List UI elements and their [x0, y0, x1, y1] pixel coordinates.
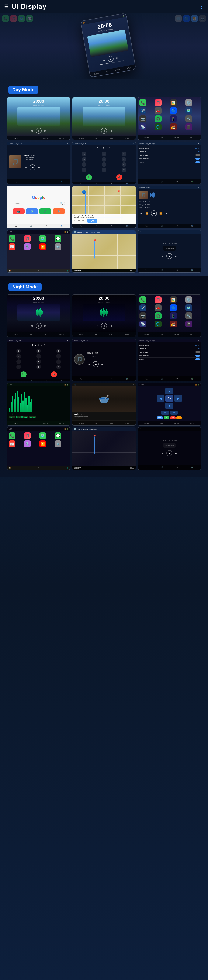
arrow-left[interactable]: ◀ [157, 395, 164, 402]
social-ff[interactable]: ⏩ [159, 211, 163, 215]
cp-maps[interactable]: 🗺️ [39, 235, 46, 242]
night-bt-music-close[interactable]: ✕ [132, 339, 134, 342]
night-dial-3[interactable]: 3 [56, 348, 61, 353]
app-app2[interactable]: 🔧 [185, 115, 192, 122]
night-dial-6[interactable]: 6 [56, 354, 61, 359]
night-call-accept[interactable]: 📞 [20, 371, 27, 377]
google-app-4[interactable]: 🎙️ [53, 208, 65, 214]
night-dial-5[interactable]: 5 [36, 354, 41, 359]
night-np-play[interactable]: ▶ [166, 450, 172, 456]
arrow-ok[interactable]: OK [165, 395, 173, 402]
app-music[interactable]: 🎵 [155, 99, 162, 106]
dial-0[interactable]: 0 [102, 167, 106, 172]
night-app-telegram[interactable]: ✈️ [139, 304, 146, 311]
next-icon[interactable]: ⏭ [115, 55, 120, 60]
night-call-reject[interactable]: 📵 [51, 371, 57, 377]
app-telegram[interactable]: ✈️ [139, 107, 146, 114]
night-cp-messages[interactable]: 💬 [55, 432, 61, 439]
prev-btn-1[interactable]: ⏮ [30, 129, 34, 133]
bt-prev-btn[interactable]: ⏮ [24, 165, 28, 169]
next-btn-2[interactable]: ⏭ [109, 129, 113, 133]
app-settings[interactable]: ⚙️ [185, 99, 192, 106]
social-rew[interactable]: ⏪ [145, 211, 149, 215]
bt-call-close[interactable]: ✕ [132, 142, 134, 145]
color-btn-red[interactable]: TEL [170, 416, 175, 419]
night-bt-next[interactable]: ⏭ [100, 362, 105, 366]
social-play[interactable]: ▶ [151, 210, 157, 216]
green-btn-2[interactable]: POP [16, 416, 22, 418]
night-dial-1[interactable]: 1 [16, 348, 21, 353]
night-bt-settings-close[interactable]: ✕ [198, 339, 199, 342]
np-play[interactable]: ▶ [166, 253, 172, 259]
night-app-4[interactable]: 🌐 [155, 321, 162, 328]
night-app-5[interactable]: 📻 [170, 321, 177, 328]
go-button[interactable]: GO [87, 219, 98, 223]
night-app-phone[interactable]: 📞 [139, 296, 146, 303]
social-next[interactable]: ⏭ [164, 211, 169, 215]
dial-8[interactable]: 8 [102, 162, 106, 167]
night-bt-call-close[interactable]: ✕ [67, 339, 69, 342]
night-np-prev[interactable]: ⏮ [161, 451, 165, 455]
social-prev[interactable]: ⏮ [139, 211, 143, 215]
nav-snail[interactable]: SNAIL [94, 72, 99, 75]
night-dial-2[interactable]: 2 [36, 348, 41, 353]
dial-2[interactable]: 2 [102, 151, 106, 156]
night-cp-news[interactable]: 📰 [9, 441, 16, 447]
social-close[interactable]: ✕ [198, 187, 199, 189]
dial-9[interactable]: 9 [121, 162, 126, 167]
green-btn-4[interactable]: CLASS [29, 416, 36, 418]
night-app-photos[interactable]: 🖼️ [170, 296, 177, 303]
arrow-up[interactable]: ▲ [165, 388, 173, 395]
night-next-1[interactable]: ⏭ [43, 323, 47, 328]
night-next-2[interactable]: ⏭ [109, 323, 113, 328]
google-app-3[interactable]: 🎵 [39, 208, 51, 214]
color-btn-green[interactable]: MAP [164, 416, 169, 419]
next-btn-1[interactable]: ⏭ [43, 129, 47, 133]
social-file-2[interactable]: 华乐_718E.mp3 [139, 204, 200, 206]
night-dial-8[interactable]: 8 [36, 359, 41, 364]
prev-icon[interactable]: ⏮ [101, 58, 106, 62]
app-spotify[interactable]: 🎧 [155, 115, 162, 122]
app-nav[interactable]: 🗺️ [185, 107, 192, 114]
night-dial-star[interactable]: * [16, 364, 21, 369]
night-prev-2[interactable]: ⏮ [95, 323, 99, 328]
nav-dots-icon[interactable]: ⋮ [199, 4, 204, 10]
night-app-bt[interactable]: 🔵 [170, 304, 177, 311]
nav-auto[interactable]: AUTO [115, 68, 120, 71]
play-btn-1[interactable]: ⏸ [36, 128, 42, 134]
cp-music[interactable]: 🎵 [24, 235, 31, 242]
night-app-cam[interactable]: 📷 [139, 312, 146, 319]
flower-toggle[interactable] [195, 161, 200, 163]
app-phone[interactable]: 📞 [139, 99, 146, 106]
google-search-icon[interactable]: 🔍 [60, 202, 63, 205]
night-play-2[interactable]: ⏸ [101, 323, 107, 329]
dial-hash[interactable]: # [121, 167, 126, 172]
bt-settings-close[interactable]: ✕ [198, 142, 199, 145]
cp-settings[interactable]: ⚙️ [55, 243, 61, 250]
cp-phone[interactable]: 📞 [9, 235, 16, 242]
bt-music-close[interactable]: ✕ [67, 142, 69, 145]
night-dial-4[interactable]: 4 [16, 354, 21, 359]
hamburger-icon[interactable]: ☰ [4, 4, 8, 10]
night-auto-answer-row[interactable]: Auto answer [139, 350, 200, 354]
night-app-6[interactable]: 🎬 [185, 321, 192, 328]
play-btn-2[interactable]: ⏸ [101, 128, 107, 134]
arrow-down[interactable]: ▼ [165, 402, 173, 409]
night-np-next[interactable]: ⏭ [174, 451, 178, 455]
night-dial-9[interactable]: 9 [56, 359, 61, 364]
night-app-2[interactable]: 🔧 [185, 312, 192, 319]
auto-answer-toggle[interactable] [195, 154, 200, 156]
night-auto-connect-toggle[interactable] [195, 355, 200, 357]
np-next[interactable]: ⏭ [174, 254, 178, 258]
flower-row[interactable]: Flower [139, 161, 200, 164]
night-dial-7[interactable]: 7 [16, 359, 21, 364]
google-app-2[interactable]: 🗺️ [26, 208, 38, 214]
color-btn-orange[interactable]: SET [176, 416, 182, 419]
arrow-right[interactable]: ▶ [174, 395, 182, 402]
app-bt[interactable]: 🔵 [170, 107, 177, 114]
night-dial-0[interactable]: 0 [36, 364, 41, 369]
app-app6[interactable]: 🎬 [185, 124, 192, 130]
night-auto-connect-row[interactable]: Auto connect [139, 354, 200, 358]
night-app-music[interactable]: 🎵 [155, 296, 162, 303]
dial-5[interactable]: 5 [102, 157, 106, 162]
